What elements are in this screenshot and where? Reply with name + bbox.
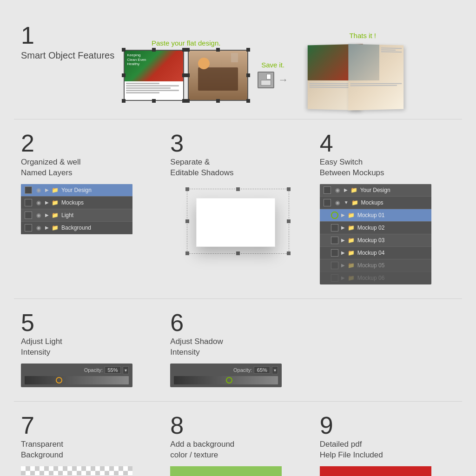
h-br [287, 251, 291, 255]
handle-tm [152, 48, 156, 52]
l4-arrow-3: ▶ [341, 212, 345, 218]
section-1: 1 Smart Object Features Paste your flat … [14, 14, 462, 117]
l4-name-8: Mockup 06 [357, 275, 428, 281]
handle-br [182, 99, 186, 103]
layer-arrow-1: ▶ [45, 187, 49, 192]
section-6-title: Adjust ShadowIntensity [170, 337, 305, 358]
layer-4-row-5[interactable]: ▶ 📁 Mockup 03 [320, 234, 431, 247]
text-line-2 [126, 85, 179, 86]
section-4-empty [313, 301, 462, 399]
design-preview-a: KeepingClean EvenHealthy [124, 50, 184, 101]
text-line-4 [126, 90, 179, 91]
section-4-num: 4 [320, 131, 455, 155]
slider-5[interactable] [25, 376, 129, 384]
layer-name-2: Mockups [61, 199, 129, 206]
layer-eye-1: ◉ [35, 187, 42, 193]
l4-arrow-4: ▶ [341, 225, 345, 230]
layer-eye-3: ◉ [35, 212, 42, 218]
h-tl [185, 187, 189, 191]
l4-arrow-8: ▶ [341, 275, 345, 280]
handle-tr [182, 48, 186, 52]
layer-folder-3: 📁 [52, 212, 59, 218]
layer-name-1: Your Design [61, 187, 129, 193]
handle-tl-b [186, 48, 190, 52]
section-8-title: Add a backgroundcolor / texture [170, 439, 305, 461]
layer-4-row-7[interactable]: ▶ 📁 Mockup 05 [320, 259, 431, 272]
l4-arrow-2: ▼ [344, 200, 349, 205]
l4-eye-2: ◉ [334, 200, 341, 205]
handle-br-b [246, 99, 250, 103]
h-tm [236, 187, 240, 191]
layer-row-2[interactable]: ◉ ▶ 📁 Mockups [21, 197, 132, 209]
layer-4-row-4[interactable]: ▶ 📁 Mockup 02 [320, 222, 431, 234]
l4-name-5: Mockup 03 [357, 237, 428, 244]
section-7: 7 TransparentBackground [14, 404, 163, 476]
section-1-text: 1 Smart Object Features [21, 23, 114, 67]
h-bl [185, 251, 189, 255]
sofa-shape [198, 67, 238, 91]
section-4: 4 Easy SwitchBetween Mockups ◉ ▶ 📁 Your … [313, 122, 462, 296]
l4-folder-4: 📁 [348, 225, 355, 231]
section-1-steps: Paste your flat design. KeepingClean Eve… [124, 23, 455, 112]
layer-check-2 [25, 199, 32, 206]
opacity-dropdown-6[interactable]: ▾ [272, 366, 278, 374]
layer-check-1 [25, 186, 32, 194]
slider-6[interactable] [174, 376, 278, 384]
step2-block: Save it. → [258, 51, 288, 88]
layer-row-1[interactable]: ◉ ▶ 📁 Your Design [21, 184, 132, 197]
section-2-title: Organized & wellNamed Layers [21, 157, 156, 178]
section-3-num: 3 [170, 131, 305, 155]
layer-4-row-3[interactable]: ▶ 📁 Mockup 01 [320, 209, 431, 222]
handle-bm-b [216, 99, 220, 103]
slider-thumb-6 [226, 377, 232, 383]
paper-object [196, 198, 275, 247]
handle-tl [122, 48, 126, 52]
layer-row-4[interactable]: ◉ ▶ 📁 Background [21, 222, 132, 234]
layer-4-row-6[interactable]: ▶ 📁 Mockup 04 [320, 247, 431, 259]
opacity-panel-6: Opacity: 65% ▾ [170, 364, 282, 387]
section-6-num: 6 [170, 311, 305, 335]
layer-name-4: Background [61, 225, 129, 231]
layer-row-3[interactable]: ◉ ▶ 📁 Light [21, 209, 132, 222]
opacity-value-6: 65% [254, 366, 270, 374]
section-3-title: Separate &Editable Shadows [170, 157, 305, 178]
l4-folder-1: 📁 [350, 187, 357, 193]
l4-check-2 [324, 199, 331, 206]
step1-label: Paste your flat design. [152, 39, 220, 47]
l4-folder-8: 📁 [348, 275, 355, 281]
section-6: 6 Adjust ShadowIntensity Opacity: 65% ▾ [163, 301, 312, 399]
magazine-mockup [298, 42, 428, 112]
layer-4-row-1[interactable]: ◉ ▶ 📁 Your Design [320, 184, 431, 197]
frame-b [188, 50, 248, 101]
row-5-6-empty: 5 Adjust LightIntensity Opacity: 55% ▾ 6… [14, 301, 462, 399]
section-7-num: 7 [21, 413, 156, 437]
opacity-label-6: Opacity: [233, 367, 252, 373]
handle-mr-b [246, 73, 250, 77]
checker-background [21, 466, 132, 476]
layers-panel-4: ◉ ▶ 📁 Your Design ◉ ▼ 📁 Mockups ▶ 📁 Mock… [320, 184, 431, 284]
layer-4-row-2[interactable]: ◉ ▼ 📁 Mockups [320, 197, 431, 209]
row-2-3-4: 2 Organized & wellNamed Layers ◉ ▶ 📁 You… [14, 122, 462, 296]
section-2-num: 2 [21, 131, 156, 155]
arrow-right-icon: → [278, 74, 288, 86]
layer-4-row-8[interactable]: ▶ 📁 Mockup 06 [320, 272, 431, 284]
layer-folder-2: 📁 [52, 199, 59, 206]
l4-name-6: Mockup 04 [357, 250, 428, 256]
l4-eye-1: ◉ [334, 187, 341, 193]
section-1-num: 1 [21, 23, 114, 47]
h-bm [236, 251, 240, 255]
section-5-title: Adjust LightIntensity [21, 337, 156, 358]
section-9-num: 9 [320, 413, 455, 437]
opacity-dropdown-5[interactable]: ▾ [123, 366, 129, 374]
l4-arrow-6: ▶ [341, 250, 345, 255]
step1-block: Paste your flat design. KeepingClean Eve… [124, 38, 248, 101]
layers-panel-2: ◉ ▶ 📁 Your Design ◉ ▶ 📁 Mockups ◉ ▶ 📁 Li… [21, 184, 132, 234]
section-5: 5 Adjust LightIntensity Opacity: 55% ▾ [14, 301, 163, 399]
l4-folder-6: 📁 [348, 250, 355, 256]
green-bg-preview [170, 466, 282, 476]
layer-arrow-2: ▶ [45, 200, 49, 205]
l4-check-6 [331, 249, 338, 257]
h-ml [185, 219, 189, 223]
section-9: 9 Detailed pdfHelp File Included [313, 404, 462, 476]
l4-arrow-5: ▶ [341, 238, 345, 243]
